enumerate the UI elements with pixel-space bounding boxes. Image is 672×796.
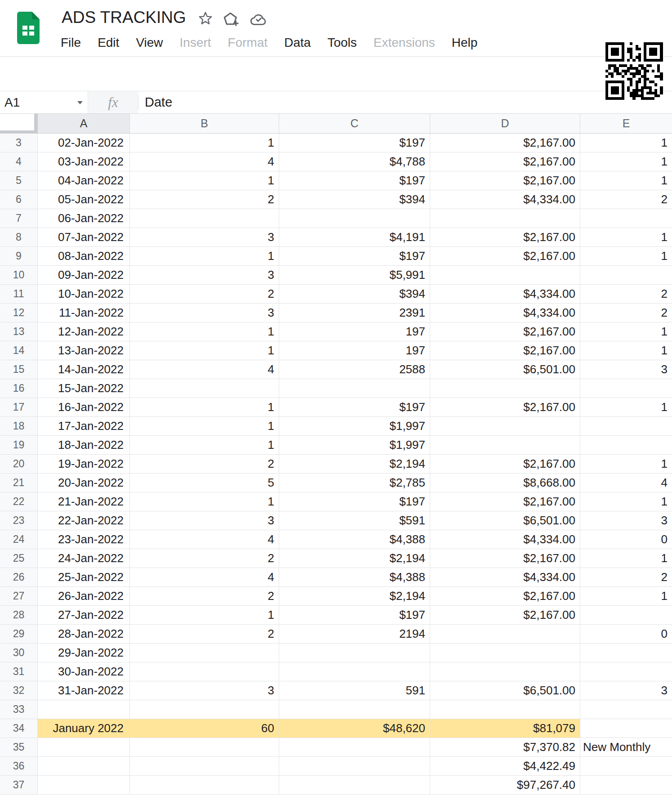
cell-A11[interactable]: 10-Jan-2022	[38, 285, 130, 304]
name-box-caret[interactable]	[77, 101, 83, 104]
cell-C22[interactable]: $197	[279, 492, 430, 511]
cell-A37[interactable]	[38, 776, 130, 795]
cell-C29[interactable]: 2194	[279, 625, 430, 644]
document-title[interactable]: ADS TRACKING	[62, 8, 186, 27]
cell-E30[interactable]	[580, 644, 672, 662]
cell-B28[interactable]: 1	[130, 606, 279, 625]
cell-D22[interactable]: $2,167.00	[430, 492, 580, 511]
cell-B12[interactable]: 3	[130, 304, 279, 322]
cell-D35[interactable]: $7,370.82	[430, 738, 580, 757]
cell-C25[interactable]: $2,194	[279, 549, 430, 568]
cell-D9[interactable]: $2,167.00	[430, 247, 580, 266]
cell-E7[interactable]	[580, 209, 672, 228]
cell-B17[interactable]: 1	[130, 398, 279, 417]
cell-C30[interactable]	[279, 644, 430, 662]
cell-D3[interactable]: $2,167.00	[430, 134, 580, 152]
row-header-17[interactable]: 17	[0, 398, 38, 417]
cell-C17[interactable]: $197	[279, 398, 430, 417]
cell-A5[interactable]: 04-Jan-2022	[38, 171, 130, 190]
cell-D23[interactable]: $6,501.00	[430, 511, 580, 530]
row-header-22[interactable]: 22	[0, 492, 38, 511]
row-header-11[interactable]: 11	[0, 285, 38, 304]
row-header-21[interactable]: 21	[0, 474, 38, 492]
cell-A26[interactable]: 25-Jan-2022	[38, 568, 130, 587]
row-header-14[interactable]: 14	[0, 341, 38, 360]
cell-E4[interactable]: 1	[580, 152, 672, 171]
select-all-corner[interactable]	[0, 114, 38, 134]
cell-C10[interactable]: $5,991	[279, 266, 430, 285]
cell-E35[interactable]: New Monthly	[580, 738, 672, 757]
row-header-6[interactable]: 6	[0, 190, 38, 209]
cell-B37[interactable]	[130, 776, 279, 795]
cell-A6[interactable]: 05-Jan-2022	[38, 190, 130, 209]
row-header-32[interactable]: 32	[0, 681, 38, 700]
row-header-33[interactable]: 33	[0, 700, 38, 719]
cell-A28[interactable]: 27-Jan-2022	[38, 606, 130, 625]
cell-C19[interactable]: $1,997	[279, 436, 430, 455]
cell-E15[interactable]: 3	[580, 360, 672, 379]
cell-D24[interactable]: $4,334.00	[430, 530, 580, 549]
column-header-D[interactable]: D	[430, 114, 580, 134]
cell-E32[interactable]: 3	[580, 681, 672, 700]
cell-A27[interactable]: 26-Jan-2022	[38, 587, 130, 606]
cell-E23[interactable]: 3	[580, 511, 672, 530]
star-icon[interactable]	[198, 11, 213, 28]
cell-E31[interactable]	[580, 662, 672, 681]
row-header-35[interactable]: 35	[0, 738, 38, 757]
cell-A14[interactable]: 13-Jan-2022	[38, 341, 130, 360]
menu-view[interactable]: View	[136, 36, 163, 50]
row-header-8[interactable]: 8	[0, 228, 38, 247]
menu-data[interactable]: Data	[284, 36, 311, 50]
cell-D32[interactable]: $6,501.00	[430, 681, 580, 700]
cell-E8[interactable]: 1	[580, 228, 672, 247]
cell-B33[interactable]	[130, 700, 279, 719]
row-header-26[interactable]: 26	[0, 568, 38, 587]
menu-tools[interactable]: Tools	[327, 36, 356, 50]
cell-E20[interactable]: 1	[580, 455, 672, 474]
cell-B25[interactable]: 2	[130, 549, 279, 568]
cell-A15[interactable]: 14-Jan-2022	[38, 360, 130, 379]
cell-C15[interactable]: 2588	[279, 360, 430, 379]
cell-B18[interactable]: 1	[130, 417, 279, 436]
cell-C12[interactable]: 2391	[279, 304, 430, 322]
row-header-10[interactable]: 10	[0, 266, 38, 285]
cell-A25[interactable]: 24-Jan-2022	[38, 549, 130, 568]
cell-B21[interactable]: 5	[130, 474, 279, 492]
cell-D34[interactable]: $81,079	[430, 719, 580, 738]
menu-edit[interactable]: Edit	[98, 36, 119, 50]
cell-B23[interactable]: 3	[130, 511, 279, 530]
cell-C28[interactable]: $197	[279, 606, 430, 625]
column-header-B[interactable]: B	[130, 114, 279, 134]
cell-B9[interactable]: 1	[130, 247, 279, 266]
row-header-23[interactable]: 23	[0, 511, 38, 530]
cell-E13[interactable]: 1	[580, 322, 672, 341]
cell-B11[interactable]: 2	[130, 285, 279, 304]
cell-C5[interactable]: $197	[279, 171, 430, 190]
cell-A17[interactable]: 16-Jan-2022	[38, 398, 130, 417]
cell-A30[interactable]: 29-Jan-2022	[38, 644, 130, 662]
cell-A16[interactable]: 15-Jan-2022	[38, 379, 130, 398]
cell-A18[interactable]: 17-Jan-2022	[38, 417, 130, 436]
cell-E16[interactable]	[580, 379, 672, 398]
cell-C34[interactable]: $48,620	[279, 719, 430, 738]
column-header-A[interactable]: A	[38, 114, 130, 134]
column-header-C[interactable]: C	[279, 114, 430, 134]
cell-A23[interactable]: 22-Jan-2022	[38, 511, 130, 530]
cell-E18[interactable]	[580, 417, 672, 436]
cell-A24[interactable]: 23-Jan-2022	[38, 530, 130, 549]
cell-B6[interactable]: 2	[130, 190, 279, 209]
cell-E17[interactable]: 1	[580, 398, 672, 417]
cell-B26[interactable]: 4	[130, 568, 279, 587]
cell-B7[interactable]	[130, 209, 279, 228]
cell-B5[interactable]: 1	[130, 171, 279, 190]
row-header-25[interactable]: 25	[0, 549, 38, 568]
cell-C3[interactable]: $197	[279, 134, 430, 152]
row-header-18[interactable]: 18	[0, 417, 38, 436]
cell-D28[interactable]: $2,167.00	[430, 606, 580, 625]
cell-C36[interactable]	[279, 757, 430, 776]
cell-E28[interactable]	[580, 606, 672, 625]
cell-E9[interactable]: 1	[580, 247, 672, 266]
cell-A34[interactable]: January 2022	[38, 719, 130, 738]
cell-B31[interactable]	[130, 662, 279, 681]
row-header-34[interactable]: 34	[0, 719, 38, 738]
